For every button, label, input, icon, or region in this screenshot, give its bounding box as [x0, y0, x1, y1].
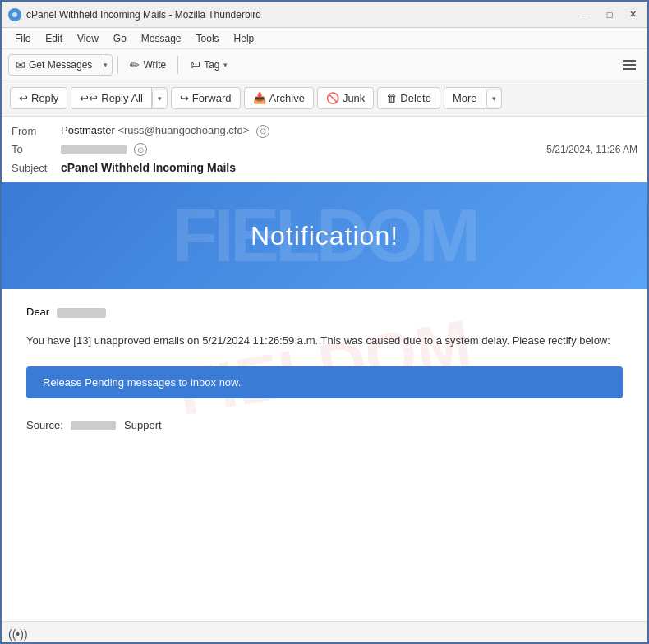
reply-all-icon: ↩↩: [80, 92, 98, 104]
email-banner: FIELDOM Notification!: [2, 182, 647, 289]
source-suffix: Support: [124, 419, 162, 431]
delete-label: Delete: [400, 92, 431, 104]
menu-tools[interactable]: Tools: [190, 31, 226, 46]
hamburger-line-2: [623, 64, 636, 66]
to-label: To: [12, 143, 61, 155]
junk-button[interactable]: 🚫 Junk: [317, 87, 374, 109]
chevron-down-icon-tag: ▾: [223, 61, 228, 69]
reply-icon: ↩: [19, 92, 28, 104]
forward-icon: ↪: [180, 92, 189, 104]
email-body-text: You have [13] unapproved emails on 5/21/…: [26, 333, 623, 350]
archive-icon: 📥: [253, 92, 266, 104]
from-name: Postmaster: [61, 124, 115, 136]
forward-label: Forward: [192, 92, 232, 104]
close-button[interactable]: ✕: [624, 7, 641, 23]
reply-all-label: Reply All: [101, 92, 143, 104]
more-dropdown[interactable]: ▾: [486, 90, 501, 107]
source-name-redacted: [71, 421, 116, 430]
dear-prefix: Dear: [26, 306, 49, 318]
tag-icon: 🏷: [190, 58, 200, 71]
window-title: cPanel Withheld Incoming Mails - Mozilla…: [26, 9, 578, 21]
chevron-down-icon: ▾: [104, 61, 108, 69]
toolbar: ✉ Get Messages ▾ ✏ Write 🏷 Tag ▾: [2, 49, 647, 80]
menu-view[interactable]: View: [71, 31, 105, 46]
from-row: From Postmaster <russ@huangochoang.cfd> …: [12, 122, 637, 140]
archive-button[interactable]: 📥 Archive: [244, 87, 314, 109]
connectivity-icon: ((•)): [8, 628, 28, 641]
hamburger-line-3: [623, 68, 636, 70]
contact-icon[interactable]: ⊙: [256, 125, 269, 138]
svg-point-1: [12, 12, 17, 17]
subject-label: Subject: [12, 162, 61, 174]
inbox-icon: ✉: [16, 58, 25, 71]
to-value: ⊙: [61, 143, 546, 157]
reply-all-button[interactable]: ↩↩ Reply All: [71, 88, 152, 108]
maximize-button[interactable]: □: [601, 7, 618, 23]
write-label: Write: [143, 59, 166, 71]
email-dear: Dear: [26, 306, 623, 318]
email-content: FIELDOM Dear You have [13] unapproved em…: [2, 289, 647, 448]
action-bar: ↩ Reply ↩↩ Reply All ▾ ↪ Forward 📥 Archi…: [2, 80, 647, 117]
tag-label: Tag: [204, 59, 219, 71]
tag-button[interactable]: 🏷 Tag ▾: [183, 55, 233, 74]
chevron-down-icon-more: ▾: [492, 94, 496, 103]
reply-label: Reply: [31, 92, 58, 104]
get-messages-dropdown[interactable]: ▾: [99, 58, 112, 72]
toolbar-divider-2: [177, 56, 178, 74]
minimize-button[interactable]: —: [578, 7, 595, 23]
from-label: From: [12, 125, 61, 137]
from-email: <russ@huangochoang.cfd>: [117, 124, 249, 136]
banner-text: Notification!: [251, 221, 398, 251]
menu-go[interactable]: Go: [107, 31, 133, 46]
status-bar: ((•)): [2, 621, 647, 644]
menu-message[interactable]: Message: [135, 31, 188, 46]
archive-label: Archive: [269, 92, 305, 104]
more-group: More ▾: [444, 87, 502, 109]
junk-label: Junk: [343, 92, 365, 104]
reply-all-dropdown[interactable]: ▾: [152, 90, 167, 107]
reply-all-group: ↩↩ Reply All ▾: [71, 87, 168, 109]
to-contact-icon[interactable]: ⊙: [134, 143, 147, 156]
more-label: More: [453, 92, 477, 104]
app-icon: [8, 8, 21, 21]
cta-text: Release Pending messages to inbox now.: [43, 376, 241, 389]
trash-icon: 🗑: [386, 92, 397, 104]
delete-button[interactable]: 🗑 Delete: [377, 87, 440, 109]
pencil-icon: ✏: [130, 58, 140, 71]
title-bar: cPanel Withheld Incoming Mails - Mozilla…: [2, 2, 647, 28]
forward-button[interactable]: ↪ Forward: [171, 87, 241, 109]
source-label: Source:: [26, 419, 63, 431]
menu-file[interactable]: File: [8, 31, 37, 46]
menu-help[interactable]: Help: [228, 31, 261, 46]
email-source: Source: Support: [26, 419, 623, 431]
to-row: To ⊙ 5/21/2024, 11:26 AM: [12, 140, 637, 159]
from-value: Postmaster <russ@huangochoang.cfd> ⊙: [61, 124, 637, 138]
write-button[interactable]: ✏ Write: [123, 55, 173, 75]
dear-name-redacted: [57, 308, 106, 318]
get-messages-button[interactable]: ✉ Get Messages: [9, 55, 99, 75]
reply-button[interactable]: ↩ Reply: [10, 87, 67, 109]
get-messages-group: ✉ Get Messages ▾: [8, 54, 113, 76]
to-address-redacted: [61, 145, 127, 154]
menu-edit[interactable]: Edit: [39, 31, 69, 46]
hamburger-menu-button[interactable]: [618, 56, 641, 74]
email-header: From Postmaster <russ@huangochoang.cfd> …: [2, 117, 647, 182]
get-messages-label: Get Messages: [29, 59, 92, 71]
menu-bar: File Edit View Go Message Tools Help: [2, 28, 647, 49]
chevron-down-icon-reply: ▾: [158, 94, 162, 103]
email-date: 5/21/2024, 11:26 AM: [546, 144, 637, 155]
subject-row: Subject cPanel Withheld Incoming Mails: [12, 159, 637, 177]
toolbar-divider-1: [117, 56, 118, 74]
more-button[interactable]: More: [444, 88, 486, 108]
junk-icon: 🚫: [326, 92, 339, 104]
subject-value: cPanel Withheld Incoming Mails: [61, 161, 637, 174]
email-body: FIELDOM Notification! FIELDOM Dear You h…: [2, 182, 647, 621]
window-controls: — □ ✕: [578, 7, 641, 23]
release-messages-button[interactable]: Release Pending messages to inbox now.: [26, 366, 623, 398]
hamburger-line-1: [623, 60, 636, 62]
